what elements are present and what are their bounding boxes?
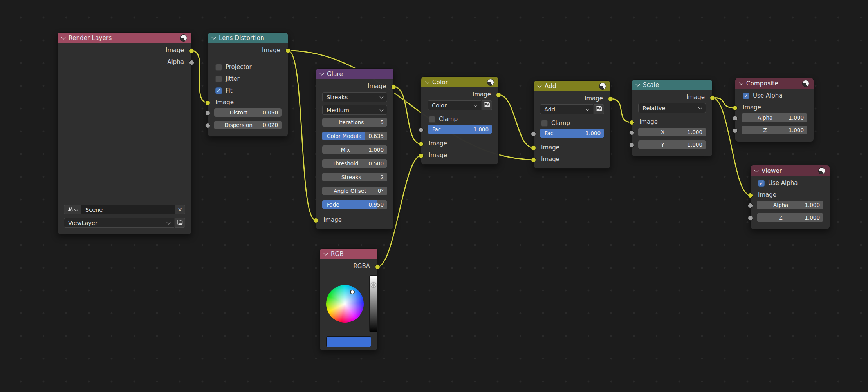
socket-out-rgba[interactable]: [375, 264, 380, 269]
collapse-chevron-icon[interactable]: [61, 35, 65, 39]
scene-name-field[interactable]: Scene: [81, 205, 175, 214]
select-color[interactable]: Color: [428, 100, 481, 110]
node-rgb[interactable]: RGBRGBA: [319, 248, 378, 350]
field-threshold[interactable]: Threshold0.500: [322, 159, 387, 168]
value-slider-handle[interactable]: [371, 283, 376, 287]
node-header[interactable]: Composite: [735, 78, 814, 89]
socket-in-x[interactable]: [629, 130, 634, 135]
field-angle-offset[interactable]: Angle Offset0°: [322, 187, 387, 195]
node-lens-distortion[interactable]: Lens DistortionImageProjectorJitter✓FitI…: [208, 32, 288, 137]
checkbox-use-alpha[interactable]: ✓: [758, 180, 765, 187]
socket-in-image2[interactable]: [419, 153, 424, 158]
node-header[interactable]: Viewer: [751, 165, 830, 176]
socket-out-image[interactable]: [496, 93, 501, 98]
select-viewlayer[interactable]: ViewLayer: [64, 218, 174, 228]
select-medium[interactable]: Medium: [322, 105, 387, 115]
socket-out-image[interactable]: [189, 48, 194, 53]
field-z[interactable]: Z1.000: [757, 213, 823, 222]
field-value: 1.000: [805, 202, 823, 208]
field-y[interactable]: Y1.000: [638, 140, 706, 149]
image-browse-button[interactable]: [482, 100, 492, 110]
field-color-modula[interactable]: Color Modula0.635: [322, 132, 387, 140]
viewlayer-icon: [177, 219, 183, 227]
socket-in-image2[interactable]: [531, 157, 536, 162]
field-alpha[interactable]: Alpha1.000: [742, 113, 807, 122]
socket-in-image1[interactable]: [419, 142, 424, 147]
node-header[interactable]: Render Layers: [58, 33, 191, 43]
node-editor-canvas[interactable]: Render LayersImageAlphaScene✕ViewLayerLe…: [0, 0, 868, 392]
checkbox-fit[interactable]: ✓: [215, 87, 222, 94]
node-viewer[interactable]: Viewer✓Use AlphaImageAlpha1.000Z1.000: [750, 165, 830, 229]
socket-in-z[interactable]: [733, 128, 738, 133]
socket-out-image[interactable]: [608, 96, 613, 102]
node-glare[interactable]: GlareImageStreaksMediumIterations5Color …: [316, 68, 394, 229]
socket-in-distort[interactable]: [205, 111, 210, 116]
select-streaks[interactable]: Streaks: [322, 92, 387, 102]
socket-out-alpha[interactable]: [189, 60, 194, 65]
socket-in-image[interactable]: [313, 218, 318, 223]
socket-out-image[interactable]: [391, 84, 396, 89]
select-add[interactable]: Add: [540, 104, 593, 114]
collapse-chevron-icon[interactable]: [754, 168, 758, 172]
value-slider[interactable]: [369, 275, 378, 332]
field-fac[interactable]: Fac1.000: [428, 125, 492, 134]
field-dispersion[interactable]: Dispersion0.020: [214, 121, 282, 129]
collapse-chevron-icon[interactable]: [425, 79, 429, 83]
field-x[interactable]: X1.000: [638, 128, 706, 136]
field-fade[interactable]: Fade0.950: [322, 200, 387, 209]
node-header[interactable]: Color: [421, 77, 498, 87]
collapse-chevron-icon[interactable]: [537, 83, 541, 87]
node-header[interactable]: Scale: [632, 80, 712, 90]
node-header[interactable]: RGB: [320, 249, 377, 259]
node-header[interactable]: Glare: [316, 69, 393, 79]
socket-in-alpha[interactable]: [748, 203, 753, 208]
node-color[interactable]: ColorImageColorClampFac1.000ImageImage: [421, 76, 499, 165]
checkbox-clamp[interactable]: [429, 116, 435, 123]
select-relative[interactable]: Relative: [638, 103, 706, 113]
field-z[interactable]: Z1.000: [742, 126, 807, 134]
socket-out-image[interactable]: [285, 48, 291, 53]
clear-scene-button[interactable]: ✕: [175, 205, 185, 214]
node-render-layers[interactable]: Render LayersImageAlphaScene✕ViewLayer: [57, 32, 192, 234]
node-composite[interactable]: Composite✓Use AlphaImageAlpha1.000Z1.000: [735, 78, 814, 142]
socket-in-image[interactable]: [629, 120, 634, 125]
checkbox-use-alpha[interactable]: ✓: [743, 93, 749, 99]
socket-in-alpha[interactable]: [733, 116, 738, 121]
field-fac[interactable]: Fac1.000: [540, 129, 604, 138]
field-iterations[interactable]: Iterations5: [322, 118, 387, 127]
socket-in-image[interactable]: [748, 193, 753, 198]
color-swatch[interactable]: [326, 336, 371, 347]
field-label: Streaks: [322, 174, 380, 180]
checkbox-projector[interactable]: [215, 64, 222, 71]
checkbox-clamp[interactable]: [541, 120, 548, 127]
numfield-row: Alpha1.000: [757, 201, 823, 209]
viewlayer-icon-button[interactable]: [175, 218, 185, 228]
node-add[interactable]: AddImageAddClampFac1.000ImageImage: [533, 80, 611, 169]
socket-in-fac[interactable]: [419, 127, 424, 132]
collapse-chevron-icon[interactable]: [319, 71, 324, 75]
checkbox-jitter[interactable]: [215, 76, 222, 82]
field-streaks[interactable]: Streaks2: [322, 173, 387, 181]
socket-in-fac[interactable]: [531, 131, 536, 136]
field-mix[interactable]: Mix1.000: [322, 145, 387, 154]
node-scale[interactable]: ScaleImageRelativeImageX1.000Y1.000: [632, 79, 713, 156]
socket-in-y[interactable]: [629, 143, 634, 148]
scene-browse-button[interactable]: [64, 205, 81, 214]
wheel-cursor[interactable]: [350, 290, 355, 294]
socket-out-image[interactable]: [710, 95, 715, 100]
socket-in-z[interactable]: [748, 216, 753, 221]
image-browse-button[interactable]: [594, 104, 604, 114]
node-header[interactable]: Add: [534, 81, 610, 91]
socket-in-image[interactable]: [733, 105, 738, 111]
collapse-chevron-icon[interactable]: [211, 35, 216, 39]
field-alpha[interactable]: Alpha1.000: [757, 201, 823, 209]
color-wheel[interactable]: [326, 285, 364, 323]
socket-in-dispersion[interactable]: [205, 123, 210, 128]
socket-in-image[interactable]: [205, 100, 210, 105]
socket-in-image1[interactable]: [531, 145, 536, 151]
collapse-chevron-icon[interactable]: [323, 251, 328, 255]
collapse-chevron-icon[interactable]: [635, 82, 640, 86]
node-header[interactable]: Lens Distortion: [208, 33, 288, 43]
collapse-chevron-icon[interactable]: [739, 80, 743, 85]
field-distort[interactable]: Distort0.050: [214, 108, 282, 117]
